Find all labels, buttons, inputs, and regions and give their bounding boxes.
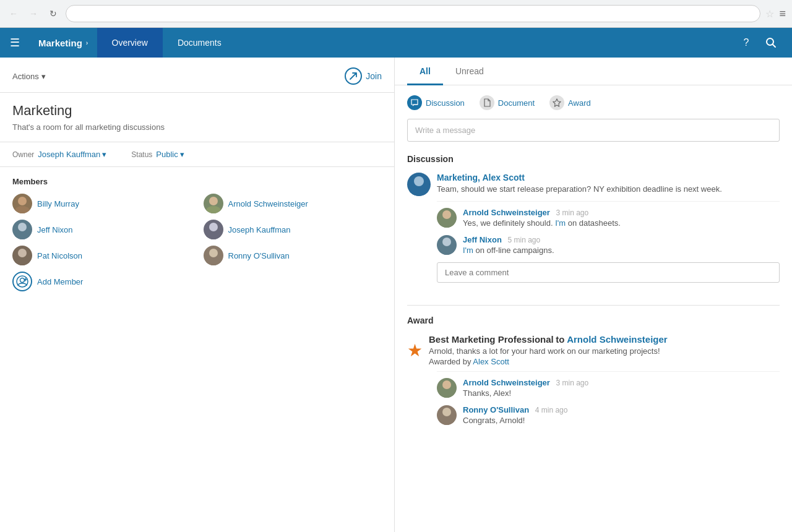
comment-item-arnold: Arnold Schweinsteiger 3 min ago Yes, we …	[437, 208, 780, 228]
actions-label: Actions	[12, 72, 39, 81]
app-header: ☰ Marketing › Overview Documents ?	[0, 28, 792, 58]
right-panel: All Unread Discussion Docume	[395, 58, 792, 532]
award-desc: Arnold, thanks a lot for your hard work …	[429, 346, 668, 356]
post-header: Marketing, Alex Scott Team, should we st…	[407, 173, 780, 196]
award-comment-text-arnold: Thanks, Alex!	[463, 388, 588, 398]
nav-documents[interactable]: Documents	[163, 28, 236, 58]
member-item-ronny[interactable]: Ronny O'Sullivan	[204, 246, 382, 265]
award-header: ★ Best Marketing Professional to Arnold …	[407, 334, 780, 366]
actions-button[interactable]: Actions ▾	[12, 72, 46, 81]
svg-point-5	[206, 206, 221, 213]
svg-point-3	[15, 206, 30, 213]
address-bar[interactable]	[66, 5, 760, 22]
member-name-joseph: Joseph Kauffman	[228, 225, 291, 234]
member-name-arnold: Arnold Schweinsteiger	[228, 199, 308, 208]
owner-value[interactable]: Joseph Kauffman ▾	[38, 150, 106, 159]
url-input[interactable]	[74, 9, 752, 19]
room-title: Marketing	[12, 103, 382, 119]
members-grid: Billy Murray Arnold Schweinsteiger Jeff …	[12, 194, 382, 265]
discussion-icon	[407, 95, 422, 110]
browser-menu-icon[interactable]: ≡	[779, 7, 786, 20]
room-meta: Owner Joseph Kauffman ▾ Status Public ▾	[0, 142, 394, 167]
award-comment-body-ronny: Ronny O'Sullivan 4 min ago Congrats, Arn…	[463, 405, 567, 425]
comment-author-arnold: Arnold Schweinsteiger	[463, 208, 550, 217]
svg-point-8	[209, 223, 218, 231]
leave-comment-input[interactable]	[437, 262, 780, 283]
svg-point-27	[442, 408, 451, 416]
brand-chevron-icon: ›	[86, 39, 88, 46]
svg-point-10	[18, 249, 27, 257]
award-comment-body-arnold: Arnold Schweinsteiger 3 min ago Thanks, …	[463, 378, 588, 398]
award-comment-text-ronny: Congrats, Arnold!	[463, 416, 567, 425]
filter-award-button[interactable]: Award	[549, 95, 591, 110]
post-author-name: Marketing, Alex Scott	[437, 173, 722, 182]
svg-point-15	[20, 278, 25, 283]
right-panel-content: Discussion Document Award Write a m	[395, 85, 792, 532]
help-button[interactable]: ?	[735, 32, 757, 54]
discussion-post: Marketing, Alex Scott Team, should we st…	[407, 173, 780, 295]
tab-all[interactable]: All	[407, 58, 443, 85]
member-name-ronny: Ronny O'Sullivan	[228, 251, 290, 260]
room-desc: That's a room for all marketing discussi…	[12, 122, 382, 132]
left-panel: Actions ▾ Join Marketing That's a room f…	[0, 58, 395, 532]
forward-button[interactable]: →	[26, 6, 41, 21]
filter-discussion-button[interactable]: Discussion	[407, 95, 465, 110]
comment-body-jeff: Jeff Nixon 5 min ago I'm on off-line cam…	[463, 235, 554, 255]
reload-button[interactable]: ↻	[46, 6, 61, 21]
join-label: Join	[366, 71, 382, 81]
panel-top-bar: Actions ▾ Join	[0, 58, 394, 93]
award-by: Awarded by Alex Scott	[429, 357, 668, 366]
svg-point-2	[18, 197, 27, 205]
hamburger-menu-button[interactable]: ☰	[0, 28, 30, 58]
room-info: Marketing That's a room for all marketin…	[0, 93, 394, 142]
award-title: Best Marketing Professional	[429, 334, 554, 345]
award-info: Best Marketing Professional to Arnold Sc…	[429, 334, 668, 366]
member-name-billy: Billy Murray	[37, 199, 79, 208]
svg-point-21	[442, 210, 451, 219]
avatar-joseph	[204, 220, 223, 239]
nav-overview[interactable]: Overview	[97, 28, 163, 58]
svg-point-4	[209, 197, 218, 205]
comment-time-arnold: 3 min ago	[556, 208, 589, 217]
document-icon	[480, 95, 494, 110]
award-section-title: Award	[407, 315, 780, 325]
status-label: Status	[131, 150, 152, 159]
post-author-avatar	[407, 173, 431, 196]
join-button[interactable]: Join	[345, 67, 382, 85]
comment-author-jeff: Jeff Nixon	[463, 235, 502, 244]
status-value[interactable]: Public ▾	[156, 150, 184, 159]
search-button[interactable]	[760, 32, 782, 54]
filter-document-button[interactable]: Document	[480, 95, 535, 110]
write-message-input[interactable]: Write a message	[407, 119, 780, 142]
comment-body-arnold: Arnold Schweinsteiger 3 min ago Yes, we …	[463, 208, 621, 228]
back-button[interactable]: ←	[6, 6, 21, 21]
discussion-comment-thread: Arnold Schweinsteiger 3 min ago Yes, we …	[437, 201, 780, 255]
member-item-billy[interactable]: Billy Murray	[12, 194, 191, 213]
award-comment-thread: Arnold Schweinsteiger 3 min ago Thanks, …	[437, 371, 780, 425]
members-section: Members Billy Murray Arnold Schweinsteig…	[0, 167, 394, 301]
add-member-item[interactable]: Add Member	[12, 272, 382, 291]
comment-avatar-arnold	[437, 208, 457, 228]
add-member-icon	[12, 272, 32, 291]
status-arrow-icon: ▾	[180, 150, 184, 159]
brand-label[interactable]: Marketing ›	[30, 38, 97, 48]
owner-meta: Owner Joseph Kauffman ▾	[12, 150, 106, 159]
award-recipient[interactable]: Arnold Schweinsteiger	[567, 334, 668, 345]
award-comment-author-arnold: Arnold Schweinsteiger	[463, 378, 550, 387]
member-item-arnold[interactable]: Arnold Schweinsteiger	[204, 194, 382, 213]
avatar-billy	[12, 194, 32, 213]
award-comment-time-arnold: 3 min ago	[556, 379, 589, 387]
svg-point-12	[209, 249, 218, 257]
member-item-pat[interactable]: Pat Nicolson	[12, 246, 191, 265]
award-by-link[interactable]: Alex Scott	[473, 357, 509, 366]
award-comment-avatar-arnold	[437, 378, 457, 398]
member-item-jeff[interactable]: Jeff Nixon	[12, 220, 191, 239]
tab-unread[interactable]: Unread	[443, 58, 496, 85]
brand-name: Marketing	[38, 38, 82, 48]
owner-arrow-icon: ▾	[102, 150, 106, 159]
comment-time-jeff: 5 min ago	[507, 236, 540, 244]
right-panel-tabs: All Unread	[395, 58, 792, 85]
comment-avatar-jeff	[437, 235, 457, 255]
member-item-joseph[interactable]: Joseph Kauffman	[204, 220, 382, 239]
award-to: to	[556, 334, 564, 345]
